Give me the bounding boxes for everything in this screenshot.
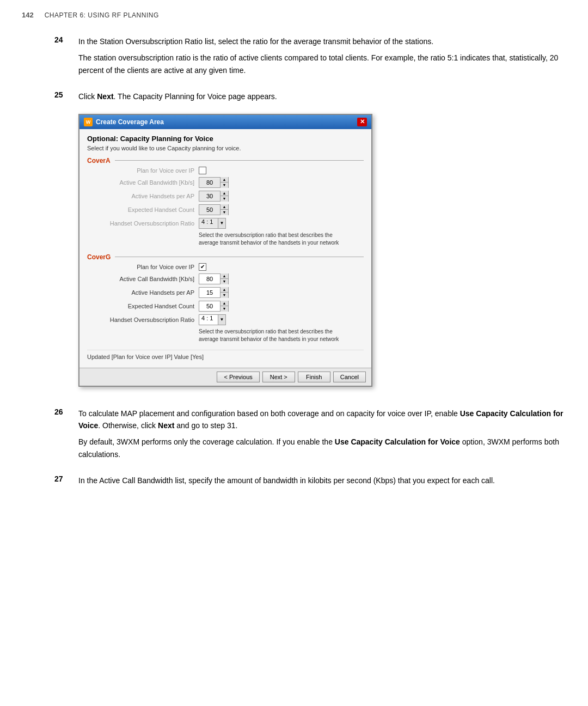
cover-g-expected-spinner[interactable]: ▲ ▼ — [199, 301, 229, 312]
cover-a-expected-up[interactable]: ▲ — [220, 204, 228, 210]
cover-g-ratio-label: Handset Oversubscription Ratio — [93, 317, 199, 323]
step-25-number: 25 — [54, 90, 71, 397]
step-25: 25 Click Next. The Capacity Planning for… — [54, 90, 566, 397]
cover-g-plan-voip-row: Plan for Voice over IP ✔ — [87, 263, 364, 271]
dialog-titlebar: W Create Coverage Area ✕ — [79, 115, 371, 129]
step-24-number: 24 — [54, 35, 71, 81]
cover-g-handsets-down[interactable]: ▼ — [220, 293, 228, 298]
cover-a-handsets-row: Active Handsets per AP ▲ ▼ — [87, 191, 364, 202]
dialog-section-title: Optional: Capacity Planning for Voice — [87, 135, 364, 143]
cover-g-plan-voip-checkbox[interactable]: ✔ — [199, 263, 206, 271]
step-26-b2: Next — [158, 421, 174, 430]
page-number: 142 — [22, 11, 34, 19]
cover-g-handsets-spinner[interactable]: ▲ ▼ — [199, 287, 229, 298]
cover-g-handsets-input[interactable] — [199, 288, 220, 297]
step-26-text1: To calculate MAP placement and configura… — [78, 407, 566, 432]
cover-a-expected-row: Expected Handset Count ▲ ▼ — [87, 204, 364, 215]
step-26-t1b: . Otherwise, click — [98, 421, 158, 430]
cover-g-expected-row: Expected Handset Count ▲ ▼ — [87, 301, 364, 312]
cover-a-handsets-input[interactable] — [199, 191, 220, 201]
cover-a-expected-spinner[interactable]: ▲ ▼ — [199, 204, 229, 215]
content-area: 24 In the Station Oversubscription Ratio… — [22, 35, 566, 491]
dialog-titlebar-left: W Create Coverage Area — [84, 118, 164, 126]
step-27-body: In the Active Call Bandwidth list, speci… — [78, 474, 566, 491]
cover-g-handsets-row: Active Handsets per AP ▲ ▼ — [87, 287, 364, 298]
finish-button[interactable]: Finish — [298, 372, 330, 382]
cover-g-bw-spinner[interactable]: ▲ ▼ — [199, 273, 229, 284]
step-26-number: 26 — [54, 407, 71, 465]
cover-a-bw-spinner-buttons: ▲ ▼ — [220, 177, 228, 188]
dialog-wrapper: W Create Coverage Area ✕ Optional: Capac… — [78, 114, 566, 387]
updated-status-text: Updated [Plan for Voice over IP] Value [… — [87, 350, 364, 362]
next-button[interactable]: Next > — [262, 372, 295, 382]
cover-a-group: CoverA Plan for Voice over IP Active Cal… — [87, 157, 364, 247]
cover-g-ratio-dropdown[interactable]: 4 : 1 ▼ — [199, 314, 226, 325]
cover-a-plan-voip-checkbox[interactable] — [199, 167, 206, 174]
cover-g-bw-label: Active Call Bandwidth [Kb/s] — [93, 276, 199, 282]
dialog-app-icon: W — [84, 118, 93, 126]
cover-g-bw-buttons: ▲ ▼ — [220, 273, 228, 284]
cancel-button[interactable]: Cancel — [333, 372, 366, 382]
step-25-text1: Click — [78, 92, 97, 101]
chapter-title: Chapter 6: Using RF Planning — [45, 11, 159, 19]
cover-g-plan-voip-label: Plan for Voice over IP — [93, 264, 199, 270]
cover-g-group: CoverG Plan for Voice over IP ✔ Active C… — [87, 253, 364, 343]
cover-a-bw-down[interactable]: ▼ — [220, 182, 228, 188]
step-24-text1: In the Station Oversubscription Ratio li… — [78, 35, 566, 47]
step-26-t1c: and go to step 31. — [174, 421, 237, 430]
page-header: 142 Chapter 6: Using RF Planning — [22, 11, 566, 19]
cover-g-expected-input[interactable] — [199, 301, 220, 311]
cover-a-title: CoverA — [87, 157, 364, 165]
cover-a-bw-input[interactable] — [199, 178, 220, 187]
cover-g-title: CoverG — [87, 253, 364, 261]
cover-g-expected-up[interactable]: ▲ — [220, 301, 228, 307]
cover-a-ratio-dropdown[interactable]: 4 : 1 ▼ — [199, 218, 226, 229]
cover-a-expected-input[interactable] — [199, 205, 220, 215]
cover-a-expected-label: Expected Handset Count — [93, 206, 199, 213]
cover-a-handsets-up[interactable]: ▲ — [220, 191, 228, 197]
cover-a-handsets-label: Active Handsets per AP — [93, 193, 199, 199]
previous-button[interactable]: < Previous — [217, 372, 259, 382]
create-coverage-area-dialog: W Create Coverage Area ✕ Optional: Capac… — [78, 114, 372, 387]
dialog-close-button[interactable]: ✕ — [357, 118, 367, 126]
dialog-subtitle: Select if you would like to use Capacity… — [87, 145, 364, 151]
step-26-text2: By default, 3WXM performs only the cover… — [78, 436, 566, 460]
cover-g-bw-down[interactable]: ▼ — [220, 279, 228, 284]
cover-a-ratio-value: 4 : 1 — [199, 218, 218, 228]
cover-a-expected-down[interactable]: ▼ — [220, 210, 228, 215]
step-26-b3: Use Capacity Calculation for Voice — [335, 437, 460, 446]
dialog-title: Create Coverage Area — [96, 118, 164, 126]
cover-g-bw-input[interactable] — [199, 274, 220, 284]
step-27-text1: In the Active Call Bandwidth list, speci… — [78, 474, 566, 486]
cover-a-hint: Select the oversubscription ratio that b… — [199, 232, 351, 247]
cover-g-hint: Select the oversubscription ratio that b… — [199, 328, 351, 343]
step-24-text2: The station oversubscription ratio is th… — [78, 52, 566, 76]
cover-a-bw-spinner[interactable]: ▲ ▼ — [199, 177, 229, 188]
cover-a-ratio-arrow: ▼ — [218, 218, 225, 228]
cover-a-bw-row: Active Call Bandwidth [Kb/s] ▲ ▼ — [87, 177, 364, 188]
cover-g-handsets-label: Active Handsets per AP — [93, 289, 199, 296]
step-25-text1b: . The Capacity Planning for Voice page a… — [114, 92, 277, 101]
step-24: 24 In the Station Oversubscription Ratio… — [54, 35, 566, 81]
step-26-body: To calculate MAP placement and configura… — [78, 407, 566, 465]
cover-a-handsets-spinner[interactable]: ▲ ▼ — [199, 191, 229, 202]
cover-g-expected-buttons: ▲ ▼ — [220, 301, 228, 312]
step-26: 26 To calculate MAP placement and config… — [54, 407, 566, 465]
step-25-body: Click Next. The Capacity Planning for Vo… — [78, 90, 566, 397]
step-26-t2a: By default, 3WXM performs only the cover… — [78, 437, 335, 446]
cover-a-bw-up[interactable]: ▲ — [220, 177, 228, 183]
cover-a-bw-label: Active Call Bandwidth [Kb/s] — [93, 179, 199, 186]
cover-g-bw-up[interactable]: ▲ — [220, 273, 228, 279]
cover-g-handsets-up[interactable]: ▲ — [220, 287, 228, 293]
step-25-bold1: Next — [97, 92, 113, 101]
cover-a-handsets-down[interactable]: ▼ — [220, 196, 228, 202]
step-24-body: In the Station Oversubscription Ratio li… — [78, 35, 566, 81]
cover-a-ratio-label: Handset Oversubscription Ratio — [93, 220, 199, 227]
cover-a-handsets-buttons: ▲ ▼ — [220, 191, 228, 202]
dialog-body: Optional: Capacity Planning for Voice Se… — [79, 129, 371, 368]
step-25-text: Click Next. The Capacity Planning for Vo… — [78, 90, 566, 102]
cover-g-ratio-row: Handset Oversubscription Ratio 4 : 1 ▼ — [87, 314, 364, 325]
cover-a-expected-buttons: ▲ ▼ — [220, 204, 228, 215]
step-26-t1: To calculate MAP placement and configura… — [78, 409, 460, 418]
cover-g-expected-down[interactable]: ▼ — [220, 306, 228, 312]
